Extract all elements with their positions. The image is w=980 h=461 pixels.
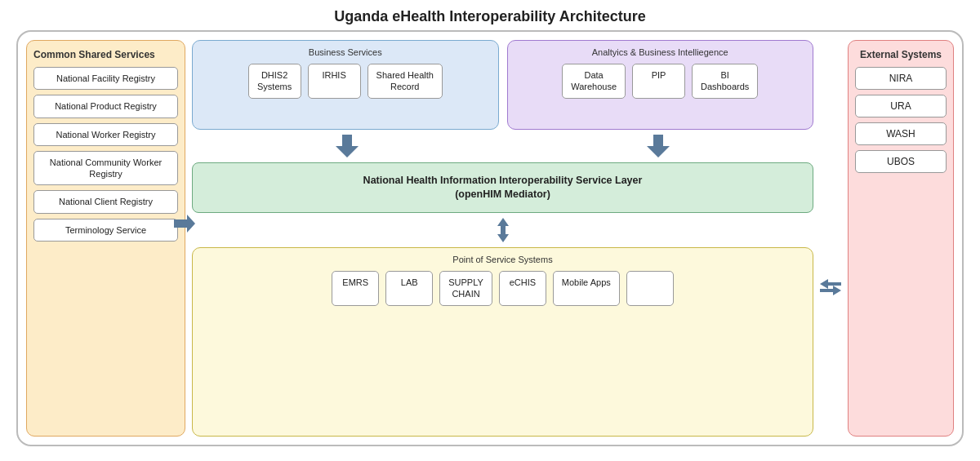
pos-title: Point of Service Systems [201, 255, 804, 264]
business-services-panel: Business Services DHIS2 Systems IRHIS Sh… [192, 40, 499, 130]
ext-ura: URA [855, 95, 947, 117]
interop-external-arrow-container [820, 40, 841, 437]
pos-boxes: EMRS LAB SUPPLY CHAIN eCHIS Mobile Apps [201, 271, 804, 306]
bs-down-arrow-svg [336, 135, 359, 157]
pos-echis: eCHIS [499, 271, 546, 306]
bs-shared-health: Shared Health Record [368, 64, 443, 99]
top-arrows-row [192, 135, 813, 157]
svg-marker-0 [174, 215, 195, 233]
point-of-service-panel: Point of Service Systems EMRS LAB SUPPLY… [192, 247, 813, 437]
page-title: Uganda eHealth Interoperability Architec… [334, 0, 645, 30]
registry-terminology: Terminology Service [33, 219, 178, 242]
pos-mobile-apps: Mobile Apps [553, 271, 620, 306]
main-diagram: Common Shared Services National Facility… [16, 30, 964, 446]
bs-down-arrow [336, 135, 359, 161]
center-area: Business Services DHIS2 Systems IRHIS Sh… [192, 40, 813, 437]
svg-marker-6 [820, 286, 841, 295]
ext-nira: NIRA [855, 67, 947, 90]
analytics-panel: Analtyics & Business Intelliegence Data … [507, 40, 814, 130]
interop-pos-arrow-svg [491, 218, 515, 242]
svg-marker-4 [497, 226, 509, 242]
svg-marker-5 [820, 279, 841, 289]
pos-supply-chain: SUPPLY CHAIN [439, 271, 492, 306]
an-bi-dashboards: BI Dashboards [692, 64, 758, 99]
an-data-warehouse: Data Warehouse [562, 64, 626, 99]
common-shared-services: Common Shared Services National Facility… [26, 40, 185, 437]
an-down-arrow [647, 135, 670, 161]
pos-empty [626, 271, 674, 306]
ext-wash: WASH [855, 122, 947, 145]
registry-national-product: National Product Registry [33, 95, 178, 117]
common-shared-title: Common Shared Services [33, 49, 155, 60]
business-services-boxes: DHIS2 Systems IRHIS Shared Health Record [201, 64, 490, 99]
analytics-boxes: Data Warehouse PIP BI Dashboards [516, 64, 805, 99]
registry-national-worker: National Worker Registry [33, 123, 178, 146]
an-pip: PIP [632, 64, 685, 99]
registry-national-community-worker: National Community Worker Registry [33, 151, 178, 186]
left-to-interop-arrow [174, 215, 195, 233]
business-services-title: Business Services [201, 47, 490, 57]
interop-pos-arrows [192, 218, 813, 242]
interop-layer-text: National Health Information Interoperabi… [363, 174, 643, 202]
bs-dhis2: DHIS2 Systems [248, 64, 301, 99]
svg-marker-2 [647, 135, 670, 157]
registry-national-facility: National Facility Registry [33, 67, 178, 90]
pos-emrs: EMRS [332, 271, 379, 306]
analytics-title: Analtyics & Business Intelliegence [516, 47, 805, 57]
interop-layer: National Health Information Interoperabi… [192, 162, 813, 213]
svg-marker-1 [336, 135, 359, 157]
external-systems-title: External Systems [860, 49, 942, 60]
pos-lab: LAB [385, 271, 433, 306]
interop-external-arrow-svg [820, 274, 841, 300]
top-row: Business Services DHIS2 Systems IRHIS Sh… [192, 40, 813, 130]
ext-ubos: UBOS [855, 150, 947, 173]
registry-national-client: National Client Registry [33, 190, 178, 213]
external-systems-panel: External Systems NIRA URA WASH UBOS [848, 40, 954, 437]
bs-irhis: IRHIS [308, 64, 361, 99]
an-down-arrow-svg [647, 135, 670, 157]
